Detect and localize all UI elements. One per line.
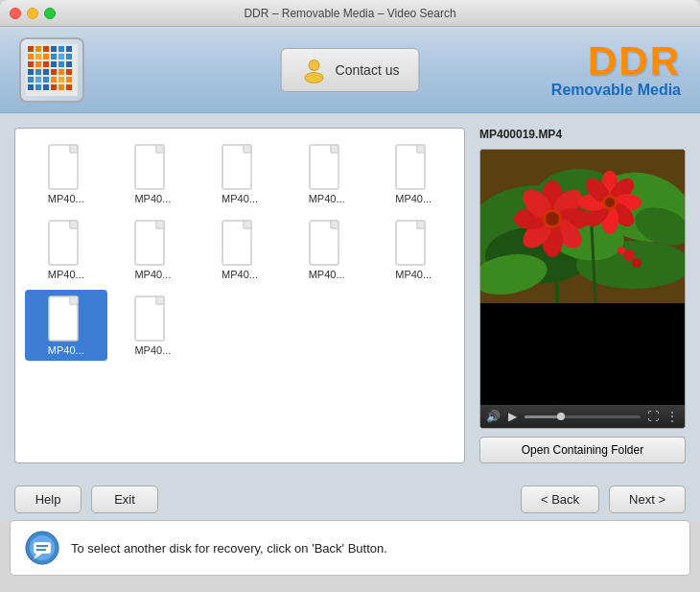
status-icon [25, 531, 59, 565]
svg-rect-11 [58, 54, 64, 59]
file-icon [394, 143, 432, 191]
svg-point-110 [632, 258, 642, 268]
svg-rect-19 [28, 69, 34, 75]
svg-rect-13 [28, 61, 34, 67]
file-icon [47, 143, 85, 191]
contact-label: Contact us [336, 62, 400, 78]
svg-rect-1 [28, 46, 34, 52]
file-item[interactable]: MP40... [25, 138, 107, 209]
svg-rect-30 [66, 77, 72, 83]
svg-point-111 [618, 247, 625, 254]
file-icon [308, 219, 346, 267]
file-name: MP40... [48, 193, 84, 204]
file-item[interactable]: MP40... [372, 214, 455, 285]
svg-rect-32 [35, 84, 41, 90]
maximize-button[interactable] [44, 8, 56, 19]
brand-subtitle: Removable Media [551, 82, 681, 99]
file-name: MP40... [134, 269, 171, 280]
file-item[interactable]: MP40... [112, 138, 195, 209]
svg-rect-46 [156, 145, 164, 153]
svg-rect-27 [43, 77, 49, 83]
file-icon [47, 219, 85, 267]
svg-rect-14 [35, 61, 41, 67]
svg-rect-9 [43, 54, 49, 59]
svg-rect-8 [35, 54, 41, 59]
svg-rect-10 [51, 54, 57, 59]
file-item[interactable]: MP40... [198, 138, 281, 209]
window-title: DDR – Removable Media – Video Search [244, 7, 455, 20]
svg-rect-21 [43, 69, 49, 75]
svg-point-40 [306, 73, 323, 83]
file-name: MP40... [222, 269, 258, 280]
svg-rect-43 [70, 145, 78, 153]
status-bar: To select another disk for recovery, cli… [10, 520, 690, 576]
file-icon [133, 143, 172, 191]
file-item[interactable]: MP40... [372, 138, 455, 209]
file-item[interactable]: MP40... [286, 214, 368, 285]
svg-rect-26 [35, 77, 41, 83]
svg-rect-2 [35, 46, 41, 52]
preview-area: MP400019.MP4 [479, 128, 686, 463]
file-name: MP40... [395, 193, 432, 204]
file-name: MP40... [48, 269, 84, 280]
svg-rect-12 [66, 54, 72, 59]
svg-rect-36 [66, 84, 72, 90]
settings-icon[interactable]: ⋮ [665, 410, 679, 423]
svg-rect-16 [51, 61, 57, 67]
exit-button[interactable]: Exit [91, 485, 158, 513]
brand-title: DDR [551, 41, 681, 82]
video-controls[interactable]: 🔊 ▶ ⛶ ⋮ [480, 405, 685, 428]
title-bar: DDR – Removable Media – Video Search [0, 0, 700, 27]
status-message: To select another disk for recovery, cli… [71, 541, 387, 556]
contact-icon [301, 57, 328, 83]
open-folder-button[interactable]: Open Containing Folder [479, 437, 686, 463]
file-name: MP40... [395, 269, 432, 280]
file-icon [394, 219, 432, 267]
file-name: MP40... [309, 193, 345, 204]
file-item[interactable]: MP40... [112, 214, 195, 285]
file-item[interactable]: MP40... [25, 290, 107, 361]
file-icon [221, 143, 259, 191]
minimize-button[interactable] [27, 8, 38, 19]
svg-rect-24 [66, 69, 72, 75]
svg-rect-31 [28, 84, 34, 90]
back-button[interactable]: < Back [521, 485, 599, 513]
svg-rect-5 [58, 46, 64, 52]
svg-rect-73 [70, 296, 78, 304]
file-item[interactable]: MP40... [286, 138, 368, 209]
file-name: MP40... [222, 193, 258, 204]
svg-rect-3 [43, 46, 49, 52]
fullscreen-icon[interactable]: ⛶ [646, 410, 660, 423]
svg-point-39 [310, 60, 319, 70]
file-item[interactable]: MP40... [25, 214, 107, 285]
progress-fill [525, 415, 559, 418]
svg-rect-28 [51, 77, 57, 83]
svg-rect-70 [417, 221, 425, 228]
flower-preview [480, 150, 685, 303]
preview-image [480, 150, 685, 405]
file-name: MP40... [134, 344, 171, 356]
progress-bar[interactable] [525, 415, 641, 418]
svg-rect-20 [35, 69, 41, 75]
svg-rect-55 [417, 145, 425, 153]
next-button[interactable]: Next > [609, 485, 686, 513]
close-button[interactable] [10, 8, 21, 19]
file-item[interactable]: MP40... [112, 290, 195, 361]
svg-rect-49 [244, 145, 251, 153]
svg-rect-35 [58, 84, 64, 90]
file-grid-container[interactable]: MP40... MP40... MP40... MP40... MP40... [14, 128, 465, 463]
svg-rect-4 [51, 46, 57, 52]
play-pause-button[interactable]: ▶ [505, 410, 519, 423]
svg-rect-114 [34, 542, 51, 554]
file-name: MP40... [309, 269, 345, 280]
svg-rect-25 [28, 77, 34, 83]
file-item[interactable]: MP40... [198, 214, 281, 285]
file-name: MP40... [134, 193, 171, 204]
svg-point-96 [546, 212, 559, 225]
svg-rect-17 [58, 61, 64, 67]
preview-box: 🔊 ▶ ⛶ ⋮ [479, 149, 686, 429]
volume-icon[interactable]: 🔊 [486, 410, 500, 423]
help-button[interactable]: Help [14, 485, 82, 513]
contact-button[interactable]: Contact us [281, 48, 420, 92]
svg-rect-76 [156, 296, 164, 304]
